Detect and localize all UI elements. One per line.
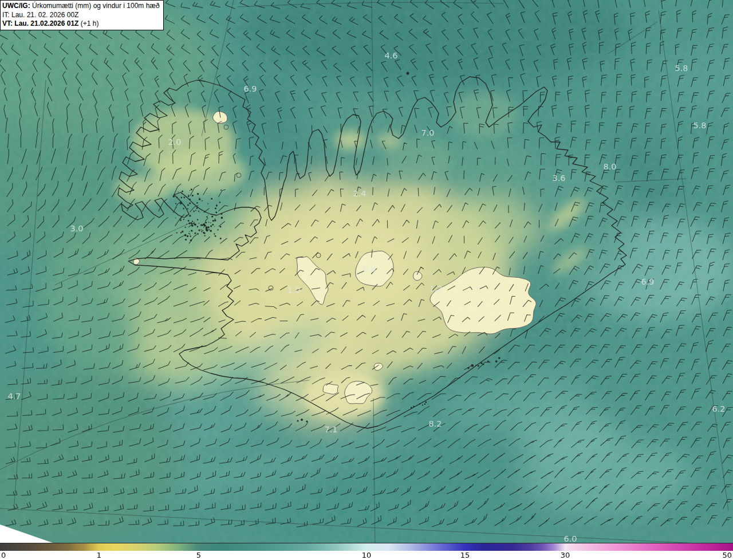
contour-label: 6.9 (641, 277, 654, 286)
contour-label: 3.6 (552, 173, 565, 183)
contour-label: 5.8 (693, 121, 706, 130)
title-line: UWC/IG: Úrkomumætti (mm) og vindur i 100… (2, 2, 160, 11)
contour-label: 4.7 (7, 392, 21, 401)
contour-label: 2.0 (168, 137, 181, 147)
colorbar-tick-label: 1 (97, 551, 101, 559)
contour-label: 6.2 (712, 404, 725, 413)
contour-label: 2.4 (353, 189, 366, 198)
contour-label: 5.8 (675, 64, 688, 73)
colorbar-tick-label: 10 (362, 551, 372, 559)
contour-label: 1.2 (429, 284, 442, 293)
colorbar-tick-label: 50 (722, 551, 732, 559)
contour-label: 6.0 (563, 534, 577, 543)
contour-label: 6.9 (243, 84, 257, 93)
contour-label: 1.0 (287, 286, 300, 295)
colorbar-tick-label: 5 (196, 551, 201, 559)
weather-map (0, 0, 733, 560)
contour-label: 0.8 (362, 265, 376, 274)
title-box: UWC/IG: Úrkomumætti (mm) og vindur i 100… (0, 0, 164, 30)
colorbar-labels: 01510153050 (0, 551, 733, 560)
contour-label: 7.0 (421, 128, 434, 137)
colorbar-gradient (0, 543, 733, 551)
contour-label: 4.6 (384, 51, 397, 60)
contour-label: 8.0 (603, 162, 616, 171)
valid-time-line: VT: Lau. 21.02.2026 01Z (+1 h) (2, 19, 160, 29)
init-time-line: IT: Lau. 21. 02. 2026 00Z (2, 11, 160, 20)
weather-map-app: 4.66.95.85.82.07.08.03.62.43.06.90.81.01… (0, 0, 733, 560)
colorbar-tick-label: 15 (460, 551, 470, 559)
contour-label: 8.2 (428, 419, 442, 428)
contour-label: 7.1 (324, 425, 337, 434)
colorbar-tick-label: 30 (561, 551, 570, 559)
colorbar: 01510153050 (0, 543, 733, 560)
contour-label: 3.0 (70, 224, 83, 233)
colorbar-tick-label: 0 (1, 551, 6, 559)
